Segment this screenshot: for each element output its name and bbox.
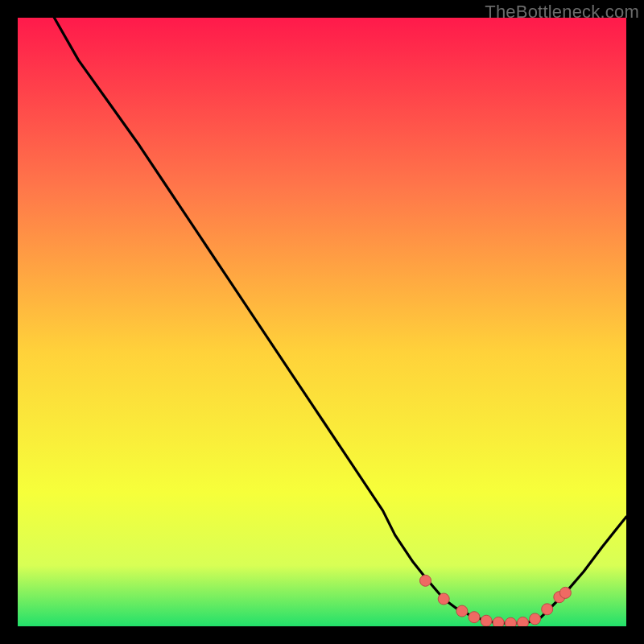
curve-marker — [530, 613, 541, 625]
curve-marker — [542, 604, 553, 615]
curve-marker — [469, 612, 480, 623]
curve-marker — [505, 617, 516, 626]
curve-marker — [420, 575, 431, 586]
watermark-text: TheBottleneck.com — [485, 2, 639, 23]
chart-svg — [18, 18, 626, 626]
gradient-background — [18, 18, 626, 626]
curve-marker — [438, 593, 449, 605]
curve-marker — [518, 617, 529, 627]
curve-marker — [559, 587, 571, 598]
curve-marker — [481, 615, 492, 626]
chart-frame — [18, 18, 626, 626]
curve-marker — [456, 605, 468, 617]
curve-marker — [493, 617, 504, 627]
